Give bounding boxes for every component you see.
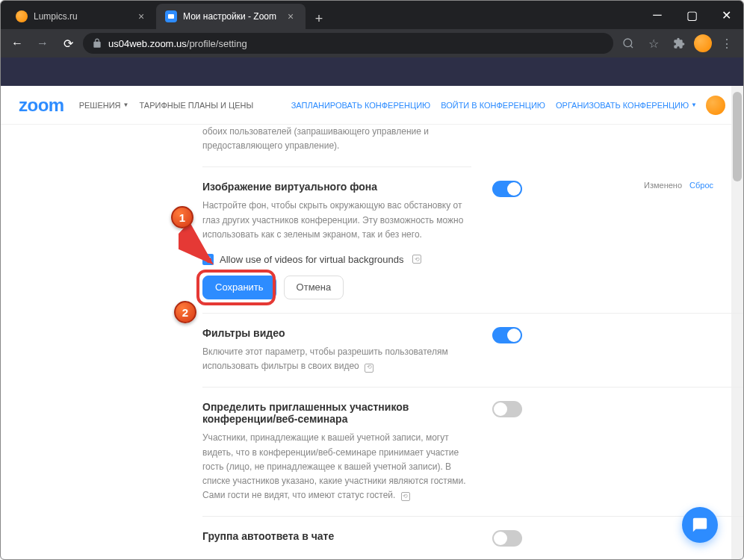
section-autoreply: Группа автоответа в чате: [202, 517, 743, 559]
autoreply-toggle[interactable]: [492, 530, 522, 547]
chat-icon: [692, 517, 708, 533]
close-tab-icon[interactable]: ×: [135, 10, 147, 22]
vbg-title: Изображение виртуального фона: [202, 181, 471, 193]
section-virtual-background: Изображение виртуального фона Настройте …: [202, 167, 743, 314]
info-icon[interactable]: ⟲: [365, 364, 373, 373]
guests-toggle[interactable]: [492, 401, 522, 417]
reset-link[interactable]: Сброс: [689, 181, 713, 190]
browser-titlebar: Lumpics.ru × Мои настройки - Zoom × + ─ …: [1, 1, 743, 29]
filters-title: Фильтры видео: [202, 327, 471, 339]
nav-forward-button[interactable]: →: [32, 33, 53, 54]
new-tab-button[interactable]: +: [309, 8, 329, 29]
nav-host[interactable]: ОРГАНИЗОВАТЬ КОНФЕРЕНЦИЮ ▼: [556, 101, 697, 110]
chevron-down-icon: ▼: [691, 102, 697, 108]
guests-description: Участники, принадлежащие к вашей учетной…: [202, 432, 466, 500]
tab-title: Мои настройки - Zoom: [183, 11, 276, 22]
save-button[interactable]: Сохранить: [202, 276, 276, 299]
filters-toggle[interactable]: [492, 327, 522, 343]
url-domain: us04web.zoom.us: [108, 38, 187, 49]
close-tab-icon[interactable]: ×: [285, 10, 297, 22]
nav-reload-button[interactable]: ⟳: [58, 33, 78, 54]
nav-join[interactable]: ВОЙТИ В КОНФЕРЕНЦИЮ: [441, 101, 545, 110]
chevron-down-icon: ▼: [123, 102, 129, 108]
vbg-toggle[interactable]: [492, 181, 522, 197]
nav-pricing[interactable]: ТАРИФНЫЕ ПЛАНЫ И ЦЕНЫ: [139, 101, 253, 110]
zoom-header: zoom РЕШЕНИЯ ▼ ТАРИФНЫЕ ПЛАНЫ И ЦЕНЫ ЗАП…: [1, 86, 743, 125]
reset-icon[interactable]: ⟲: [412, 255, 421, 264]
info-icon[interactable]: ⟲: [401, 492, 410, 501]
svg-point-0: [624, 39, 632, 47]
browser-address-bar: ← → ⟳ us04web.zoom.us/profile/setting ☆ …: [1, 29, 743, 57]
section-identify-guests: Определить приглашенных участников конфе…: [202, 388, 743, 517]
extensions-icon[interactable]: [669, 33, 689, 54]
filters-description: Включите этот параметр, чтобы разрешить …: [202, 346, 448, 371]
vbg-checkbox-label: Allow use of videos for virtual backgrou…: [220, 254, 403, 265]
profile-avatar[interactable]: [694, 34, 712, 52]
section-video-filters: Фильтры видео Включите этот параметр, чт…: [202, 314, 743, 388]
zoom-logo[interactable]: zoom: [19, 95, 64, 116]
lock-icon: [92, 38, 102, 49]
page-content: zoom РЕШЕНИЯ ▼ ТАРИФНЫЕ ПЛАНЫ И ЦЕНЫ ЗАП…: [1, 86, 743, 559]
browser-tab-lumpics[interactable]: Lumpics.ru ×: [7, 4, 156, 29]
vbg-description: Настройте фон, чтобы скрыть окружающую в…: [202, 199, 471, 242]
nav-schedule[interactable]: ЗАПЛАНИРОВАТЬ КОНФЕРЕНЦИЮ: [291, 101, 431, 110]
browser-tab-zoom[interactable]: Мои настройки - Zoom ×: [156, 4, 306, 29]
favicon-lumpics: [16, 10, 28, 22]
nav-back-button[interactable]: ←: [7, 33, 28, 54]
tab-title: Lumpics.ru: [34, 11, 78, 22]
url-field[interactable]: us04web.zoom.us/profile/setting: [83, 33, 613, 54]
changed-label: Изменено: [644, 181, 682, 190]
chat-fab-button[interactable]: [682, 507, 718, 543]
bookmark-icon[interactable]: ☆: [643, 33, 664, 54]
autoreply-title: Группа автоответа в чате: [202, 530, 471, 542]
window-maximize[interactable]: ▢: [675, 1, 709, 29]
zoom-profile-avatar[interactable]: [706, 96, 725, 115]
search-icon[interactable]: [618, 33, 639, 54]
window-close[interactable]: ✕: [709, 1, 743, 29]
nav-solutions[interactable]: РЕШЕНИЯ ▼: [79, 101, 129, 110]
remote-control-desc-tail: обоих пользователей (запрашивающего упра…: [202, 125, 471, 167]
guests-title: Определить приглашенных участников конфе…: [202, 401, 471, 425]
favicon-zoom: [165, 10, 177, 22]
window-minimize[interactable]: ─: [640, 1, 675, 29]
vbg-video-checkbox[interactable]: [202, 254, 214, 265]
dark-strip: [1, 57, 743, 86]
url-path: /profile/setting: [187, 38, 247, 49]
menu-icon[interactable]: ⋮: [716, 33, 737, 54]
cancel-button[interactable]: Отмена: [284, 276, 344, 299]
